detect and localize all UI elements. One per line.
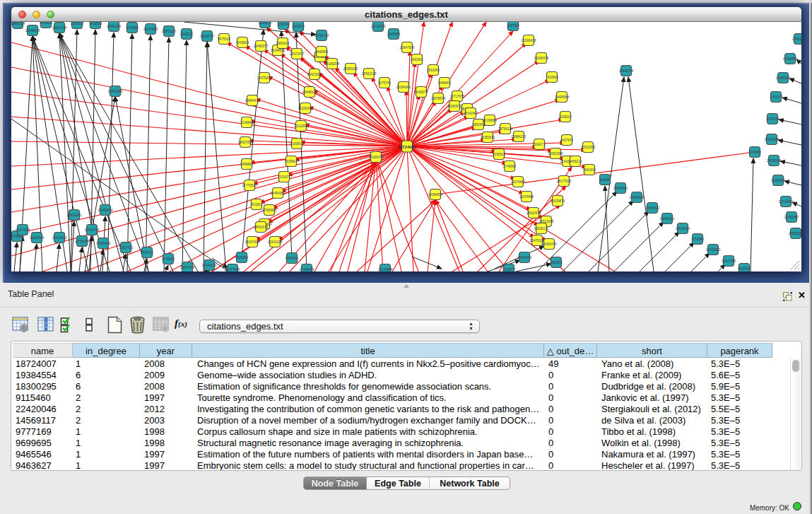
svg-text:4952451: 4952451 bbox=[472, 123, 485, 127]
svg-text:11527619: 11527619 bbox=[30, 236, 45, 240]
svg-text:18177615: 18177615 bbox=[557, 180, 572, 183]
svg-text:2315577: 2315577 bbox=[502, 268, 515, 271]
svg-text:5468605: 5468605 bbox=[438, 81, 451, 85]
svg-text:20274461: 20274461 bbox=[511, 180, 526, 184]
svg-text:3075745: 3075745 bbox=[378, 81, 391, 85]
svg-text:7064171: 7064171 bbox=[533, 143, 546, 146]
svg-text:15149848: 15149848 bbox=[378, 268, 393, 271]
svg-text:23421603: 23421603 bbox=[517, 256, 532, 259]
svg-text:8204075: 8204075 bbox=[259, 22, 271, 25]
svg-text:16206344: 16206344 bbox=[298, 107, 313, 110]
svg-text:19799114: 19799114 bbox=[498, 127, 513, 131]
svg-text:10057659: 10057659 bbox=[180, 266, 195, 269]
svg-text:24538166: 24538166 bbox=[767, 159, 782, 163]
svg-text:8490656: 8490656 bbox=[315, 50, 328, 54]
svg-text:15550734: 15550734 bbox=[314, 34, 329, 37]
svg-text:19937057: 19937057 bbox=[238, 141, 253, 144]
svg-text:16060376: 16060376 bbox=[542, 243, 557, 246]
svg-text:12525131: 12525131 bbox=[534, 227, 549, 230]
svg-text:12643564: 12643564 bbox=[676, 227, 690, 230]
svg-text:4043823: 4043823 bbox=[236, 41, 249, 45]
svg-text:9335812: 9335812 bbox=[285, 160, 298, 163]
svg-text:19678574: 19678574 bbox=[431, 97, 446, 100]
svg-text:20515263: 20515263 bbox=[581, 146, 596, 149]
svg-text:20392657: 20392657 bbox=[784, 216, 799, 219]
svg-text:3343959: 3343959 bbox=[387, 33, 400, 36]
svg-text:16908100: 16908100 bbox=[202, 264, 217, 267]
svg-text:13495588: 13495588 bbox=[555, 95, 570, 99]
svg-text:23285250: 23285250 bbox=[776, 76, 791, 80]
svg-text:12927396: 12927396 bbox=[722, 259, 736, 263]
svg-text:20227559: 20227559 bbox=[16, 228, 30, 232]
svg-text:6099754: 6099754 bbox=[286, 257, 298, 260]
svg-text:15244500: 15244500 bbox=[271, 49, 286, 52]
svg-text:20648195: 20648195 bbox=[302, 90, 317, 94]
svg-text:18981216: 18981216 bbox=[107, 25, 122, 28]
svg-text:16623006: 16623006 bbox=[307, 73, 322, 76]
svg-text:24330241: 24330241 bbox=[67, 214, 82, 217]
svg-text:17406879: 17406879 bbox=[300, 268, 314, 271]
svg-text:3307301: 3307301 bbox=[141, 251, 153, 255]
svg-text:11350932: 11350932 bbox=[481, 136, 495, 139]
svg-text:2663941: 2663941 bbox=[411, 58, 423, 62]
svg-text:2999883: 2999883 bbox=[240, 163, 253, 166]
svg-text:15031529: 15031529 bbox=[371, 25, 386, 28]
svg-text:6061658: 6061658 bbox=[40, 22, 52, 25]
svg-text:3215956: 3215956 bbox=[748, 151, 761, 154]
svg-text:4140560: 4140560 bbox=[162, 257, 175, 261]
svg-text:7910827: 7910827 bbox=[250, 203, 263, 206]
svg-text:15029873: 15029873 bbox=[551, 199, 565, 203]
svg-text:1757086: 1757086 bbox=[691, 238, 704, 241]
svg-text:18841570: 18841570 bbox=[254, 226, 269, 229]
svg-text:2983419: 2983419 bbox=[276, 42, 289, 45]
svg-text:11388699: 11388699 bbox=[771, 179, 786, 182]
svg-text:20053346: 20053346 bbox=[108, 90, 123, 93]
svg-text:164095: 164095 bbox=[599, 178, 611, 182]
svg-text:16491923: 16491923 bbox=[706, 248, 721, 252]
svg-text:13270483: 13270483 bbox=[143, 28, 158, 31]
svg-text:20458054: 20458054 bbox=[98, 209, 113, 212]
svg-text:4457975: 4457975 bbox=[560, 139, 573, 142]
svg-text:11866024: 11866024 bbox=[11, 22, 25, 25]
svg-text:7303905: 7303905 bbox=[546, 76, 558, 79]
svg-text:13945012: 13945012 bbox=[645, 206, 660, 210]
svg-text:19379254: 19379254 bbox=[257, 76, 272, 80]
svg-text:9190519: 9190519 bbox=[493, 153, 505, 156]
svg-text:23858526: 23858526 bbox=[789, 232, 801, 235]
svg-text:15063972: 15063972 bbox=[447, 105, 462, 108]
svg-text:20562129: 20562129 bbox=[362, 72, 377, 76]
svg-text:15300275: 15300275 bbox=[369, 156, 384, 159]
svg-text:22160294: 22160294 bbox=[325, 62, 340, 66]
svg-text:2946120: 2946120 bbox=[180, 33, 193, 36]
svg-text:12412612: 12412612 bbox=[52, 236, 67, 240]
svg-text:18622670: 18622670 bbox=[526, 211, 541, 215]
svg-text:25533636: 25533636 bbox=[765, 138, 779, 141]
svg-text:15347616: 15347616 bbox=[245, 240, 260, 244]
svg-text:3181037: 3181037 bbox=[770, 95, 782, 99]
svg-text:11541029: 11541029 bbox=[268, 240, 283, 244]
svg-text:2620223: 2620223 bbox=[71, 22, 83, 25]
svg-text:18026717: 18026717 bbox=[200, 35, 215, 38]
svg-text:21770515: 21770515 bbox=[242, 184, 257, 187]
svg-text:20364361: 20364361 bbox=[396, 86, 411, 89]
svg-text:23436262: 23436262 bbox=[660, 217, 675, 221]
svg-text:25046038: 25046038 bbox=[630, 196, 645, 199]
svg-text:19490077: 19490077 bbox=[254, 45, 269, 48]
svg-text:9075310: 9075310 bbox=[218, 37, 230, 41]
svg-text:24388850: 24388850 bbox=[783, 57, 798, 61]
svg-text:4269227: 4269227 bbox=[559, 115, 572, 119]
svg-text:19142407: 19142407 bbox=[464, 112, 478, 115]
svg-text:11058511: 11058511 bbox=[290, 142, 304, 146]
svg-text:20943743: 20943743 bbox=[85, 228, 100, 232]
svg-text:13132690: 13132690 bbox=[294, 124, 309, 128]
svg-text:2087682: 2087682 bbox=[507, 24, 519, 28]
svg-text:16307710: 16307710 bbox=[119, 246, 134, 250]
svg-text:17665640: 17665640 bbox=[96, 242, 111, 245]
svg-text:20647509: 20647509 bbox=[400, 46, 415, 49]
svg-text:10661588: 10661588 bbox=[548, 152, 563, 156]
svg-text:22841736: 22841736 bbox=[52, 26, 67, 30]
svg-text:19973477: 19973477 bbox=[290, 52, 305, 56]
svg-text:15953222: 15953222 bbox=[792, 37, 801, 41]
svg-text:22438378: 22438378 bbox=[534, 57, 549, 60]
svg-text:2563055: 2563055 bbox=[427, 69, 440, 72]
